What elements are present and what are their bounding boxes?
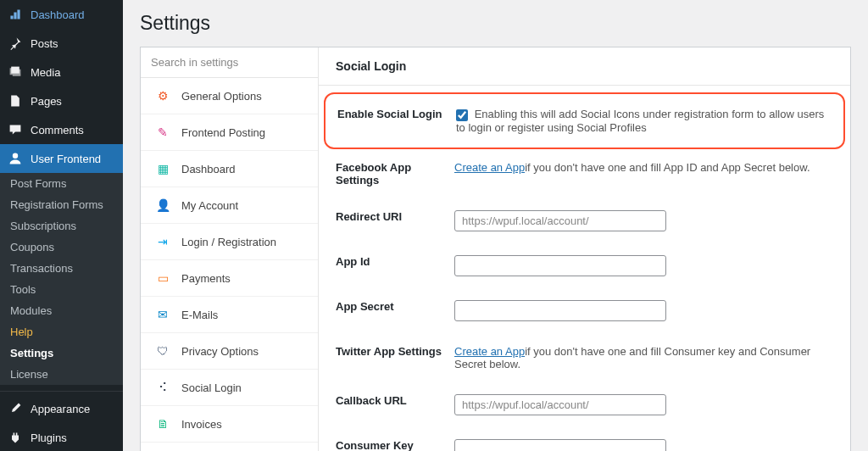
media-icon [7,64,24,81]
settings-panel: Social Login Enable Social Login Enablin… [319,47,850,451]
menu-pages[interactable]: Pages [0,86,123,115]
submenu-user-frontend: Post Forms Registration Forms Subscripti… [0,173,123,385]
submenu-post-forms[interactable]: Post Forms [0,173,123,194]
share-icon: ⠪ [154,379,171,396]
tab-invoices[interactable]: 🗎Invoices [141,406,318,443]
menu-label: Media [31,66,60,79]
menu-media[interactable]: Media [0,58,123,86]
submenu-coupons[interactable]: Coupons [0,237,123,258]
shield-icon: 🛡 [154,342,171,359]
menu-user-frontend[interactable]: User Frontend [0,144,123,173]
menu-posts[interactable]: Posts [0,29,123,58]
menu-label: Comments [31,124,84,136]
redirect-uri-input[interactable] [454,210,666,231]
separator [0,387,123,392]
mail-icon: ✉ [154,306,171,323]
submenu-license[interactable]: License [0,364,123,385]
tab-login-registration[interactable]: ⇥Login / Registration [141,224,318,260]
menu-label: User Frontend [31,153,101,165]
enable-social-login-checkbox[interactable] [456,109,468,121]
tab-label: Frontend Posting [181,126,265,139]
user-icon: 👤 [154,197,171,214]
tab-label: Dashboard [181,163,236,175]
tab-frontend-posting[interactable]: ✎Frontend Posting [141,114,318,151]
app-secret-input[interactable] [454,300,666,321]
submenu-settings[interactable]: Settings [0,342,123,364]
callback-url-label: Callback URL [336,394,446,407]
page-icon [7,92,24,109]
consumer-key-label: Consumer Key [336,439,446,451]
plug-icon [7,429,24,446]
tab-label: E-Mails [181,309,218,321]
tab-privacy[interactable]: 🛡Privacy Options [141,333,318,370]
user-frontend-icon [7,150,24,167]
tab-label: My Account [181,199,238,212]
facebook-settings-label: Facebook App Settings [336,161,446,187]
submenu-subscriptions[interactable]: Subscriptions [0,215,123,237]
tab-payments[interactable]: ▭Payments [141,260,318,297]
main-content: Settings Search in settings ⚙General Opt… [123,0,868,451]
menu-label: Plugins [31,432,67,444]
settings-container: Search in settings ⚙General Options ✎Fro… [140,47,851,451]
settings-search[interactable]: Search in settings [141,47,318,78]
app-id-label: App Id [336,255,446,268]
comment-icon [7,121,24,138]
menu-appearance[interactable]: Appearance [0,394,123,423]
card-icon: ▭ [154,270,171,287]
facebook-create-app-link[interactable]: Create an App [454,161,525,174]
tab-my-account[interactable]: 👤My Account [141,187,318,224]
tab-general[interactable]: ⚙General Options [141,78,318,114]
pin-icon [7,35,24,52]
submenu-transactions[interactable]: Transactions [0,258,123,279]
highlight-box: Enable Social Login Enabling this will a… [324,92,845,149]
tab-social-login[interactable]: ⠪Social Login [141,370,318,406]
app-secret-label: App Secret [336,300,446,313]
file-icon: 🗎 [154,415,171,432]
brush-icon [7,400,24,417]
page-title: Settings [140,12,851,35]
grid-icon: ▦ [154,160,171,177]
menu-label: Pages [31,95,62,108]
submenu-tools[interactable]: Tools [0,279,123,300]
redirect-uri-label: Redirect URI [336,210,446,223]
wp-admin-sidebar: Dashboard Posts Media Pages Comments Use… [0,0,123,451]
settings-tabs: Search in settings ⚙General Options ✎Fro… [141,47,319,451]
consumer-key-input[interactable] [454,439,666,451]
menu-label: Appearance [31,403,90,415]
tab-tax[interactable]: 🧾Tax [141,443,318,451]
app-id-input[interactable] [454,255,666,276]
menu-comments[interactable]: Comments [0,115,123,144]
submenu-registration-forms[interactable]: Registration Forms [0,194,123,215]
tab-dashboard[interactable]: ▦Dashboard [141,151,318,187]
tab-label: Social Login [181,381,242,394]
login-icon: ⇥ [154,233,171,250]
gear-icon: ⚙ [154,87,171,104]
twitter-settings-label: Twitter App Settings [336,345,446,358]
panel-title: Social Login [319,47,850,86]
dashboard-icon [7,6,24,23]
menu-dashboard[interactable]: Dashboard [0,0,123,29]
menu-plugins[interactable]: Plugins [0,423,123,451]
facebook-desc: if you don't have one and fill App ID an… [525,161,810,174]
tab-label: Invoices [181,418,222,431]
callback-url-input[interactable] [454,394,666,415]
twitter-create-app-link[interactable]: Create an App [454,345,525,358]
tab-label: General Options [181,90,262,103]
enable-social-login-label: Enable Social Login [337,108,448,120]
tab-label: Payments [181,272,231,285]
submenu-help[interactable]: Help [0,321,123,342]
enable-social-login-desc: Enabling this will add Social Icons unde… [456,108,824,134]
menu-label: Posts [31,37,58,50]
submenu-modules[interactable]: Modules [0,300,123,321]
menu-label: Dashboard [31,8,85,21]
tab-label: Privacy Options [181,345,259,358]
tab-label: Login / Registration [181,236,276,248]
edit-icon: ✎ [154,124,171,141]
tab-emails[interactable]: ✉E-Mails [141,297,318,333]
